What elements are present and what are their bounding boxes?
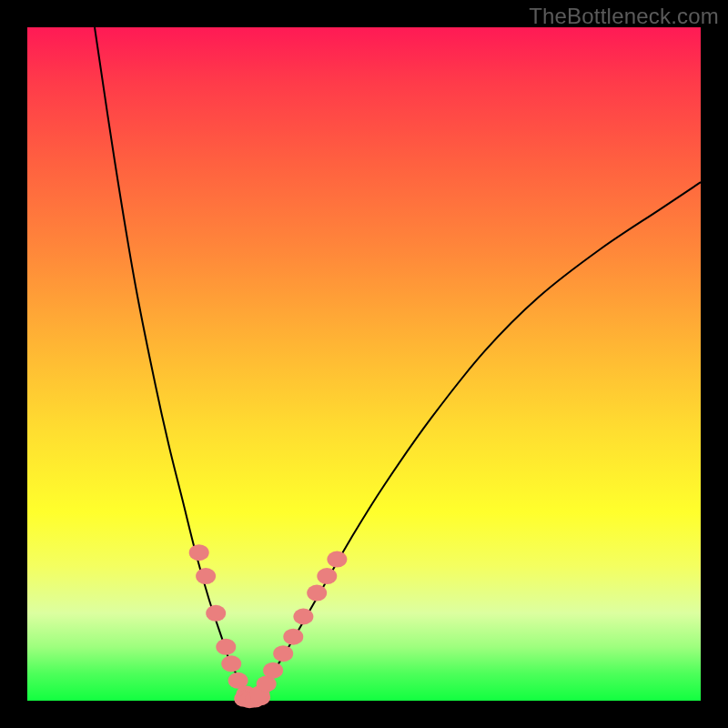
right-marker [263, 662, 283, 679]
right-marker [283, 629, 303, 645]
left-marker [216, 639, 236, 655]
chart-frame: TheBottleneck.com [0, 0, 728, 728]
curve-group [95, 27, 701, 701]
right-marker [273, 645, 293, 662]
right-marker [317, 568, 337, 584]
marker-group [189, 544, 348, 708]
left-marker [196, 568, 216, 584]
left-marker [189, 544, 209, 561]
right-marker [293, 609, 313, 625]
right-marker [307, 585, 327, 602]
curve-left-arm [95, 27, 249, 701]
right-marker [327, 551, 347, 568]
curve-svg [27, 27, 701, 701]
left-marker [221, 655, 241, 672]
watermark-text: TheBottleneck.com [529, 4, 719, 29]
plot-area [27, 27, 701, 701]
curve-right-arm [249, 182, 701, 701]
left-marker [206, 605, 226, 622]
